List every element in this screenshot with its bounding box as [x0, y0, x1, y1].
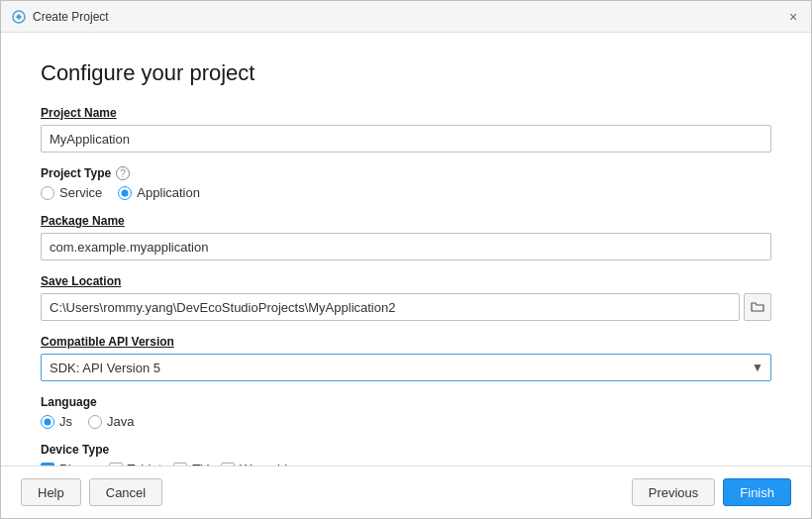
project-name-group: Project Name — [41, 106, 771, 153]
create-project-dialog: Create Project × Configure your project … — [0, 0, 812, 519]
project-type-label: Project Type ? — [41, 166, 771, 180]
java-radio[interactable] — [88, 415, 102, 429]
tv-checkbox[interactable] — [173, 463, 187, 467]
title-bar: Create Project × — [1, 1, 811, 33]
project-type-group: Project Type ? Service Application — [41, 166, 771, 200]
service-label: Service — [59, 185, 102, 200]
device-type-group: Device Type Phone Tablet TV Wearable — [41, 443, 771, 466]
save-location-label: Save Location — [41, 274, 771, 288]
footer-left-buttons: Help Cancel — [21, 478, 162, 506]
window-title: Create Project — [33, 10, 109, 24]
project-name-label: Project Name — [41, 106, 771, 120]
language-js-option[interactable]: Js — [41, 414, 72, 429]
browse-button[interactable] — [744, 293, 771, 321]
dialog-content: Configure your project Project Name Proj… — [1, 33, 811, 466]
page-heading: Configure your project — [41, 60, 771, 86]
help-button[interactable]: Help — [21, 478, 81, 506]
language-java-option[interactable]: Java — [88, 414, 134, 429]
tablet-checkbox[interactable] — [109, 463, 123, 467]
api-version-label: Compatible API Version — [41, 335, 771, 349]
package-name-label: Package Name — [41, 214, 771, 228]
folder-icon — [751, 301, 764, 313]
title-bar-left: Create Project — [11, 9, 109, 25]
save-location-input[interactable] — [41, 293, 740, 321]
project-name-input[interactable] — [41, 125, 771, 153]
service-radio[interactable] — [41, 186, 54, 200]
wearable-checkbox[interactable] — [221, 463, 235, 467]
package-name-group: Package Name — [41, 214, 771, 260]
dialog-footer: Help Cancel Previous Finish — [1, 466, 811, 518]
project-type-help-icon[interactable]: ? — [116, 166, 130, 180]
java-label: Java — [107, 414, 134, 429]
app-icon — [11, 9, 27, 25]
project-type-service-option[interactable]: Service — [41, 185, 102, 200]
device-type-label: Device Type — [41, 443, 771, 457]
api-version-select-wrapper: SDK: API Version 5 SDK: API Version 4 SD… — [41, 354, 771, 381]
api-version-group: Compatible API Version SDK: API Version … — [41, 335, 771, 381]
js-radio[interactable] — [41, 415, 54, 429]
language-label: Language — [41, 395, 771, 409]
language-group: Language Js Java — [41, 395, 771, 429]
application-label: Application — [137, 185, 200, 200]
footer-right-buttons: Previous Finish — [632, 478, 791, 506]
project-type-application-option[interactable]: Application — [118, 185, 200, 200]
save-location-group: Save Location — [41, 274, 771, 321]
package-name-input[interactable] — [41, 233, 771, 260]
application-radio[interactable] — [118, 186, 132, 200]
previous-button[interactable]: Previous — [632, 478, 716, 506]
language-radio-group: Js Java — [41, 414, 771, 429]
project-type-radio-group: Service Application — [41, 185, 771, 200]
phone-checkbox[interactable] — [41, 463, 54, 467]
close-button[interactable]: × — [785, 9, 801, 25]
save-location-input-row — [41, 293, 771, 321]
finish-button[interactable]: Finish — [723, 478, 791, 506]
api-version-select[interactable]: SDK: API Version 5 SDK: API Version 4 SD… — [41, 354, 771, 381]
cancel-button[interactable]: Cancel — [89, 478, 162, 506]
js-label: Js — [59, 414, 72, 429]
